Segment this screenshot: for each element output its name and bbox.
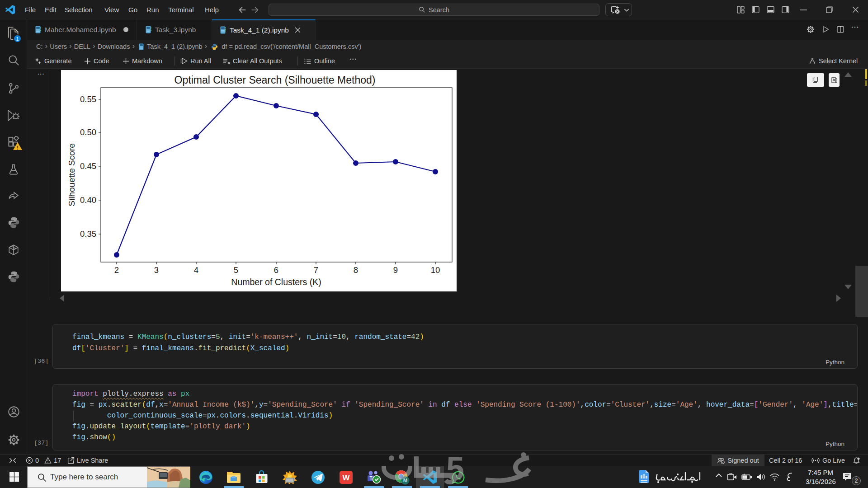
svg-text:6: 6 <box>274 265 278 275</box>
svg-text:0.55: 0.55 <box>80 94 96 104</box>
svg-text:2: 2 <box>114 265 119 275</box>
svg-text:10: 10 <box>431 265 440 275</box>
svg-text:Number of Clusters (K): Number of Clusters (K) <box>231 277 321 287</box>
svg-text:3: 3 <box>154 265 159 275</box>
svg-text:7: 7 <box>314 265 318 275</box>
svg-text:0.40: 0.40 <box>80 195 96 205</box>
svg-text:8: 8 <box>354 265 358 275</box>
svg-text:Optimal Cluster Search (Silhou: Optimal Cluster Search (Silhouette Metho… <box>175 74 376 86</box>
svg-text:0.50: 0.50 <box>80 127 96 137</box>
svg-text:5: 5 <box>446 452 464 487</box>
svg-text:T: T <box>369 476 372 481</box>
svg-text:5: 5 <box>234 265 238 275</box>
svg-text:0.45: 0.45 <box>80 161 96 171</box>
svg-text:Silhouette Score: Silhouette Score <box>67 143 76 206</box>
svg-text:4: 4 <box>194 265 198 275</box>
svg-text:W: W <box>342 474 350 482</box>
svg-text:9: 9 <box>393 265 398 275</box>
svg-text:0.35: 0.35 <box>80 229 96 239</box>
